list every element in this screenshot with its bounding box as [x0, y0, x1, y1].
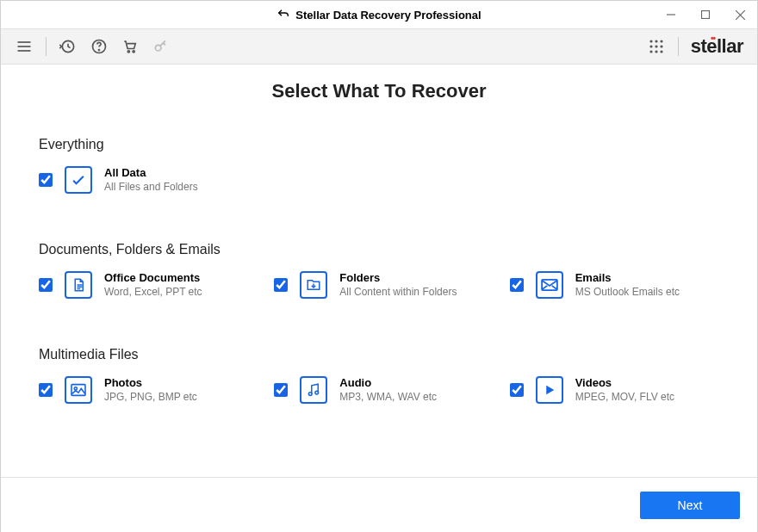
- cart-icon[interactable]: [121, 37, 140, 56]
- maximize-button[interactable]: [688, 1, 723, 28]
- option-sub: All Content within Folders: [339, 286, 457, 298]
- option-text: Emails MS Outlook Emails etc: [575, 271, 680, 298]
- checkmark-icon: [65, 166, 92, 194]
- option-label: Emails: [575, 271, 680, 284]
- section-title-media: Multimedia Files: [39, 347, 719, 362]
- back-arrow-icon[interactable]: [276, 8, 290, 22]
- title-group: Stellar Data Recovery Professional: [276, 8, 481, 22]
- option-photos: Photos JPG, PNG, BMP etc: [39, 376, 248, 404]
- history-icon[interactable]: [59, 37, 78, 56]
- window-title: Stellar Data Recovery Professional: [295, 9, 481, 22]
- option-label: Office Documents: [104, 271, 202, 284]
- toolbar: ••stellar: [1, 28, 757, 65]
- toolbar-left: [15, 37, 171, 56]
- toolbar-right: ••stellar: [647, 35, 743, 58]
- option-text: Videos MPEG, MOV, FLV etc: [575, 376, 674, 403]
- option-label: All Data: [104, 166, 198, 179]
- svg-point-21: [660, 50, 662, 53]
- svg-point-20: [655, 50, 657, 53]
- option-text: Office Documents Word, Excel, PPT etc: [104, 271, 202, 298]
- brand-logo: ••stellar: [691, 35, 743, 58]
- option-sub: MPEG, MOV, FLV etc: [575, 391, 674, 403]
- svg-point-14: [655, 40, 657, 42]
- section-title-docs: Documents, Folders & Emails: [39, 242, 719, 257]
- mail-icon: [536, 271, 563, 299]
- option-folders: Folders All Content within Folders: [274, 271, 483, 299]
- separator: [46, 37, 47, 56]
- svg-point-16: [649, 45, 652, 47]
- next-button[interactable]: Next: [640, 492, 740, 519]
- checkbox-emails[interactable]: [510, 278, 524, 292]
- key-icon[interactable]: [152, 37, 171, 56]
- svg-point-12: [155, 45, 161, 51]
- checkbox-all-data[interactable]: [39, 173, 53, 187]
- svg-rect-1: [702, 11, 710, 19]
- svg-point-13: [649, 40, 652, 42]
- image-icon: [65, 376, 92, 404]
- page-heading: Select What To Recover: [39, 80, 719, 102]
- svg-point-28: [309, 393, 313, 396]
- option-audio: Audio MP3, WMA, WAV etc: [274, 376, 483, 404]
- svg-point-17: [655, 45, 657, 47]
- svg-point-27: [74, 387, 77, 390]
- svg-point-11: [133, 51, 134, 53]
- svg-point-15: [660, 40, 662, 42]
- footer: Next: [1, 477, 757, 532]
- window-controls: [654, 1, 757, 28]
- svg-point-10: [127, 51, 129, 53]
- option-text: Audio MP3, WMA, WAV etc: [339, 376, 437, 403]
- option-sub: All Files and Folders: [104, 181, 198, 193]
- checkbox-folders[interactable]: [274, 278, 288, 292]
- option-videos: Videos MPEG, MOV, FLV etc: [510, 376, 719, 404]
- option-label: Videos: [575, 376, 674, 389]
- checkbox-videos[interactable]: [510, 383, 524, 397]
- svg-point-19: [649, 50, 652, 53]
- checkbox-audio[interactable]: [274, 383, 288, 397]
- checkbox-photos[interactable]: [39, 383, 53, 397]
- music-icon: [300, 376, 327, 404]
- option-all-data: All Data All Files and Folders: [39, 166, 719, 194]
- document-icon: [65, 271, 92, 299]
- option-emails: Emails MS Outlook Emails etc: [510, 271, 719, 299]
- titlebar: Stellar Data Recovery Professional: [1, 1, 757, 28]
- close-button[interactable]: [723, 1, 757, 28]
- checkbox-office-documents[interactable]: [39, 278, 53, 292]
- option-label: Audio: [339, 376, 437, 389]
- svg-point-29: [315, 391, 319, 394]
- option-label: Folders: [339, 271, 457, 284]
- menu-icon[interactable]: [15, 37, 34, 56]
- folder-download-icon: [300, 271, 327, 299]
- option-office-documents: Office Documents Word, Excel, PPT etc: [39, 271, 248, 299]
- minimize-button[interactable]: [654, 1, 688, 28]
- content-area: Select What To Recover Everything All Da…: [1, 65, 757, 404]
- svg-rect-26: [71, 385, 85, 396]
- option-sub: MS Outlook Emails etc: [575, 286, 680, 298]
- svg-point-18: [660, 45, 662, 47]
- option-sub: JPG, PNG, BMP etc: [104, 391, 197, 403]
- option-text: Folders All Content within Folders: [339, 271, 457, 298]
- svg-point-9: [99, 50, 100, 51]
- option-sub: Word, Excel, PPT etc: [104, 286, 202, 298]
- apps-grid-icon[interactable]: [647, 37, 666, 56]
- option-text: Photos JPG, PNG, BMP etc: [104, 376, 197, 403]
- option-label: Photos: [104, 376, 197, 389]
- section-title-everything: Everything: [39, 137, 719, 152]
- play-icon: [536, 376, 563, 404]
- help-icon[interactable]: [90, 37, 109, 56]
- option-sub: MP3, WMA, WAV etc: [339, 391, 437, 403]
- option-text: All Data All Files and Folders: [104, 166, 198, 193]
- separator: [678, 37, 679, 56]
